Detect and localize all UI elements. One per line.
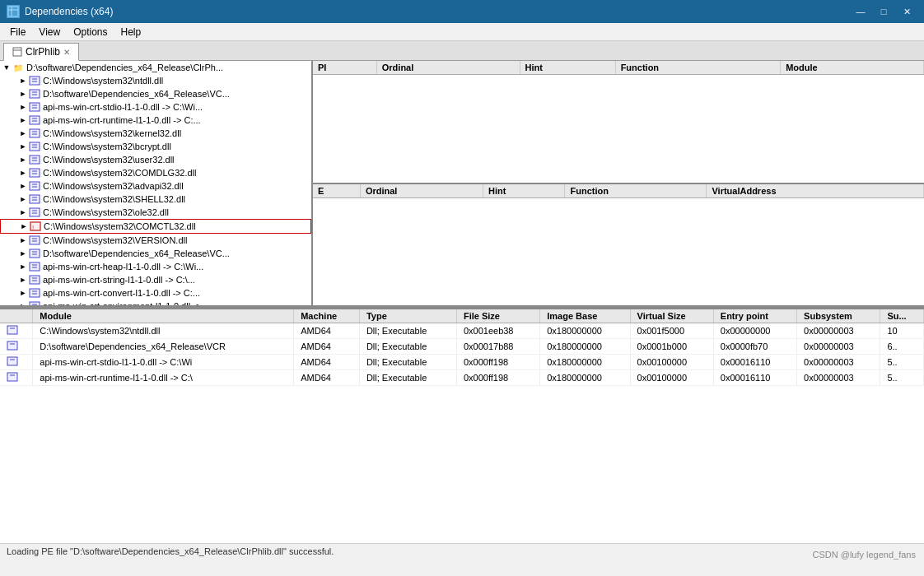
dll-icon	[28, 88, 41, 100]
table-row[interactable]: api-ms-win-crt-stdio-l1-1-0.dll -> C:\Wi…	[0, 355, 924, 370]
tree-item-label: api-ms-win-crt-stdio-l1-1-0.dll -> C:\Wi…	[43, 102, 203, 112]
exports-col-e: E	[313, 184, 360, 198]
svg-rect-46	[30, 262, 40, 271]
svg-rect-82	[7, 326, 17, 334]
imports-col-function: Function	[615, 61, 781, 75]
tree-item-label: C:\Windows\system32\COMDLG32.dll	[43, 168, 196, 178]
imports-col-hint: Hint	[520, 61, 615, 75]
right-panel: PI Ordinal Hint Function Module	[313, 61, 924, 305]
tree-item-14[interactable]: ►api-ms-win-crt-heap-l1-1-0.dll -> C:\Wi…	[0, 260, 311, 273]
svg-rect-0	[8, 7, 18, 16]
cell-subsystem: 0x00000003	[797, 323, 880, 339]
menu-file[interactable]: File	[3, 25, 32, 39]
cell-filesize: 0x00017b88	[456, 339, 539, 355]
imports-table: PI Ordinal Hint Function Module	[313, 61, 924, 75]
tree-item-12[interactable]: ►C:\Windows\system32\VERSION.dll	[0, 234, 311, 247]
tab-icon	[12, 47, 22, 57]
menu-view[interactable]: View	[32, 25, 67, 39]
tree-item-label: api-ms-win-crt-environment-l1-1-0.dll ->	[43, 301, 201, 305]
tree-item-label: C:\Windows\system32\kernel32.dll	[43, 128, 181, 138]
dll-error-icon: !	[29, 221, 42, 232]
tree-item-arrow: ►	[18, 236, 28, 244]
module-icon	[7, 340, 18, 351]
tree-item-label: C:\Windows\system32\bcrypt.dll	[43, 142, 171, 151]
tree-item-label: C:\Windows\system32\user32.dll	[43, 155, 175, 165]
tree-item-9[interactable]: ►C:\Windows\system32\SHELL32.dll	[0, 193, 311, 206]
dll-icon	[28, 128, 41, 139]
tab-close-icon[interactable]: ✕	[63, 48, 70, 57]
tree-item-arrow: ►	[18, 182, 28, 190]
cell-imagebase: 0x180000000	[540, 323, 630, 339]
maximize-button[interactable]: □	[873, 3, 894, 20]
bottom-col-type: Type	[359, 309, 456, 323]
tree-item-label: C:\Windows\system32\COMCTL32.dll	[44, 221, 196, 231]
tree-item-arrow: ►	[18, 289, 28, 297]
tree-item-arrow: ►	[18, 156, 28, 164]
table-row[interactable]: C:\Windows\system32\ntdll.dllAMD64Dll; E…	[0, 323, 924, 339]
tree-item-8[interactable]: ►C:\Windows\system32\advapi32.dll	[0, 179, 311, 193]
exports-col-hint: Hint	[483, 184, 565, 198]
svg-text:!: !	[32, 224, 34, 231]
bottom-col-module: Module	[33, 309, 294, 323]
tree-item-arrow: ►	[18, 302, 28, 305]
main-content: ▼ 📁 D:\software\Dependencies_x64_Release…	[0, 61, 924, 543]
tree-item-5[interactable]: ►C:\Windows\system32\bcrypt.dll	[0, 140, 311, 153]
cell-filesize: 0x000ff198	[456, 355, 539, 370]
table-row[interactable]: D:\software\Dependencies_x64_Release\VCR…	[0, 339, 924, 355]
dll-icon	[28, 75, 41, 86]
tree-item-arrow: ►	[18, 77, 28, 85]
cell-su: 10	[880, 323, 924, 339]
tree-item-2[interactable]: ►api-ms-win-crt-stdio-l1-1-0.dll -> C:\W…	[0, 100, 311, 114]
tree-item-arrow: ►	[19, 222, 29, 230]
menu-help[interactable]: Help	[114, 25, 148, 39]
cell-imagebase: 0x180000000	[540, 370, 630, 386]
tree-item-label: C:\Windows\system32\VERSION.dll	[43, 235, 187, 245]
minimize-button[interactable]: —	[850, 3, 871, 20]
imports-col-pi: PI	[313, 61, 376, 75]
dll-icon	[28, 261, 41, 272]
exports-col-virtualaddress: VirtualAddress	[707, 184, 924, 198]
tree-item-4[interactable]: ►C:\Windows\system32\kernel32.dll	[0, 127, 311, 140]
tree-item-11[interactable]: ►!C:\Windows\system32\COMCTL32.dll	[0, 219, 311, 234]
dll-icon	[28, 248, 41, 259]
top-pane: ▼ 📁 D:\software\Dependencies_x64_Release…	[0, 61, 924, 308]
tree-item-label: D:\software\Dependencies_x64_Release\VC.…	[43, 89, 230, 99]
tree-root[interactable]: ▼ 📁 D:\software\Dependencies_x64_Release…	[0, 61, 311, 74]
cell-machine: AMD64	[294, 339, 360, 355]
tree-item-6[interactable]: ►C:\Windows\system32\user32.dll	[0, 153, 311, 166]
svg-rect-49	[30, 276, 40, 284]
module-icon	[7, 355, 18, 367]
cell-machine: AMD64	[294, 355, 360, 370]
arrow-icon: ▼	[2, 63, 12, 72]
dll-icon	[28, 235, 41, 246]
status-message: Loading PE file "D:\software\Dependencie…	[7, 546, 334, 556]
svg-rect-84	[7, 341, 17, 350]
tree-item-1[interactable]: ►D:\software\Dependencies_x64_Release\VC…	[0, 87, 311, 100]
close-button[interactable]: ✕	[896, 3, 917, 20]
cell-type: Dll; Executable	[359, 370, 456, 386]
tree-item-3[interactable]: ►api-ms-win-crt-runtime-l1-1-0.dll -> C:…	[0, 114, 311, 127]
tree-item-7[interactable]: ►C:\Windows\system32\COMDLG32.dll	[0, 166, 311, 179]
cell-type: Dll; Executable	[359, 339, 456, 355]
cell-module: D:\software\Dependencies_x64_Release\VCR	[33, 339, 294, 355]
table-row[interactable]: api-ms-win-crt-runtime-l1-1-0.dll -> C:\…	[0, 370, 924, 386]
left-tree[interactable]: ▼ 📁 D:\software\Dependencies_x64_Release…	[0, 61, 313, 305]
menu-options[interactable]: Options	[67, 25, 114, 39]
row-icon-cell	[0, 323, 33, 339]
tree-item-arrow: ►	[18, 103, 28, 111]
tree-item-0[interactable]: ►C:\Windows\system32\ntdll.dll	[0, 74, 311, 87]
tree-item-13[interactable]: ►D:\software\Dependencies_x64_Release\VC…	[0, 247, 311, 260]
folder-icon: 📁	[12, 62, 25, 73]
tree-item-15[interactable]: ►api-ms-win-crt-string-l1-1-0.dll -> C:\…	[0, 273, 311, 286]
svg-rect-43	[30, 249, 40, 258]
tree-item-label: C:\Windows\system32\advapi32.dll	[43, 181, 184, 191]
dll-icon	[28, 101, 41, 113]
tree-item-10[interactable]: ►C:\Windows\system32\ole32.dll	[0, 206, 311, 219]
exports-table: E Ordinal Hint Function VirtualAddress	[313, 184, 924, 198]
tree-item-16[interactable]: ►api-ms-win-crt-convert-l1-1-0.dll -> C:…	[0, 286, 311, 300]
tab-clrphlib[interactable]: ClrPhlib ✕	[3, 43, 79, 61]
cell-su: 5..	[880, 355, 924, 370]
tree-item-17[interactable]: ►api-ms-win-crt-environment-l1-1-0.dll -…	[0, 300, 311, 305]
window-title: Dependencies (x64)	[25, 6, 113, 17]
tree-item-label: api-ms-win-crt-heap-l1-1-0.dll -> C:\Wi.…	[43, 262, 203, 272]
